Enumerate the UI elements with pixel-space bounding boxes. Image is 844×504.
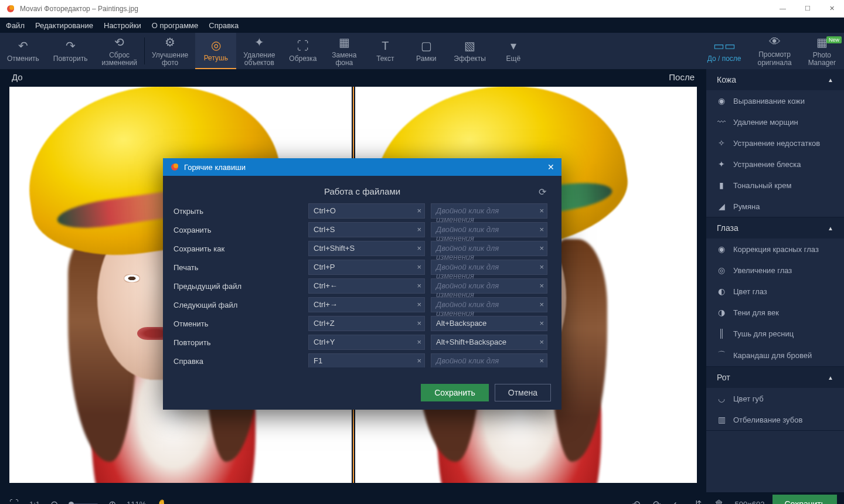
sidebar-item[interactable]: ◐Цвет глаз (706, 281, 844, 302)
clear-hotkey-icon[interactable]: × (539, 225, 544, 234)
rotate-right-icon[interactable]: ↷ (651, 496, 663, 505)
tool-эффекты[interactable]: ▧Эффекты (447, 33, 493, 69)
sidebar-item[interactable]: ▥Отбеливание зубов (706, 409, 844, 430)
clear-hotkey-icon[interactable]: × (539, 319, 544, 328)
tool-до / после[interactable]: ▭▭До / после (699, 33, 750, 69)
sidebar-item[interactable]: ◡Цвет губ (706, 388, 844, 409)
hotkey-input-2[interactable]: Двойной клик для изменения× (431, 203, 547, 219)
menu-файл[interactable]: Файл (6, 21, 25, 30)
tool-повторить[interactable]: ↷Повторить (46, 33, 95, 69)
hotkey-field[interactable]: Двойной клик для изменения (431, 222, 547, 237)
tool-ещё[interactable]: ▾Ещё (493, 33, 534, 69)
hotkey-field[interactable]: Alt+Backspace (431, 316, 547, 331)
hotkey-field[interactable]: F1 (308, 353, 425, 367)
hotkey-input-2[interactable]: Alt+Shift+Backspace× (431, 335, 547, 350)
clear-hotkey-icon[interactable]: × (417, 300, 421, 309)
menu-справка[interactable]: Справка (209, 21, 239, 30)
hotkey-input-2[interactable]: Двойной клик для изменения× (431, 241, 547, 256)
hotkey-input-2[interactable]: Двойной клик для изменения× (431, 297, 547, 312)
tool-улучшение[interactable]: ⚙Улучшение фото (145, 33, 195, 69)
menu-настройки[interactable]: Настройки (104, 21, 141, 30)
flip-v-icon[interactable]: ⇵ (692, 496, 704, 505)
hotkey-input-1[interactable]: Ctrl+Z× (308, 316, 425, 331)
clear-hotkey-icon[interactable]: × (539, 356, 544, 365)
dialog-save-button[interactable]: Сохранить (421, 384, 489, 401)
hotkey-input-2[interactable]: Двойной клик для изменения× (431, 222, 547, 237)
hotkey-field[interactable]: Ctrl+Shift+S (308, 241, 425, 256)
hotkey-field[interactable]: Ctrl+← (308, 278, 425, 294)
tool-просмотр[interactable]: 👁Просмотр оригинала (750, 33, 800, 69)
sidebar-item[interactable]: ◎Увеличение глаз (706, 260, 844, 281)
hotkey-input-2[interactable]: Alt+Backspace× (431, 316, 547, 331)
hotkey-field[interactable]: Двойной клик для изменения (431, 241, 547, 256)
tool-отменить[interactable]: ↶Отменить (0, 33, 46, 69)
hand-icon[interactable]: ✋ (154, 496, 171, 505)
clear-hotkey-icon[interactable]: × (417, 206, 421, 215)
clear-hotkey-icon[interactable]: × (539, 206, 544, 215)
sidebar-item[interactable]: ◉Выравнивание кожи (706, 90, 844, 111)
zoom-in-icon[interactable]: ⊕ (106, 496, 118, 505)
clear-hotkey-icon[interactable]: × (539, 244, 544, 253)
clear-hotkey-icon[interactable]: × (417, 338, 421, 346)
hotkey-input-1[interactable]: Ctrl+→× (308, 297, 425, 312)
hotkey-input-2[interactable]: Двойной клик для изменения× (431, 260, 547, 275)
clear-hotkey-icon[interactable]: × (417, 244, 421, 253)
sidebar-item[interactable]: 〰Удаление морщин (706, 111, 844, 132)
minimize-button[interactable]: — (776, 4, 789, 13)
hotkey-input-1[interactable]: Ctrl+Y× (308, 335, 425, 350)
maximize-button[interactable]: ☐ (801, 4, 814, 13)
sidebar-section-кожа[interactable]: Кожа▲ (706, 69, 844, 90)
dialog-cancel-button[interactable]: Отмена (495, 384, 551, 401)
reset-hotkeys-icon[interactable]: ⟳ (539, 186, 546, 197)
dialog-titlebar[interactable]: Горячие клавиши ✕ (163, 158, 561, 176)
sidebar-item[interactable]: ✧Устранение недостатков (706, 132, 844, 154)
tool-обрезка[interactable]: ⛶Обрезка (282, 33, 324, 69)
sidebar-item[interactable]: ◑Тени для век (706, 302, 844, 323)
sidebar-item[interactable]: ▮Тональный крем (706, 175, 844, 196)
hotkey-input-1[interactable]: F1× (308, 353, 425, 367)
hotkey-field[interactable]: Двойной клик для изменения (431, 203, 547, 219)
tool-удаление[interactable]: ✦Удаление объектов (236, 33, 282, 69)
sidebar-item[interactable]: ║Тушь для ресниц (706, 323, 844, 344)
clear-hotkey-icon[interactable]: × (417, 281, 421, 290)
clear-hotkey-icon[interactable]: × (539, 338, 544, 346)
hotkey-field[interactable]: Alt+Shift+Backspace (431, 335, 547, 350)
sidebar-item[interactable]: ◢Румяна (706, 196, 844, 217)
clear-hotkey-icon[interactable]: × (539, 281, 544, 290)
delete-icon[interactable]: 🗑 (712, 496, 726, 504)
hotkey-field[interactable]: Двойной клик для изменения (431, 278, 547, 294)
hotkey-field[interactable]: Ctrl+P (308, 260, 425, 275)
tool-photo[interactable]: New▦Photo Manager (800, 33, 844, 69)
hotkey-field[interactable]: Ctrl+Y (308, 335, 425, 350)
hotkey-input-1[interactable]: Ctrl+S× (308, 222, 425, 237)
save-button[interactable]: Сохранить (772, 495, 837, 504)
tool-ретушь[interactable]: ◎Ретушь (195, 33, 236, 69)
close-button[interactable]: ✕ (826, 4, 838, 13)
tool-текст[interactable]: TТекст (365, 33, 406, 69)
hotkey-input-1[interactable]: Ctrl+←× (308, 278, 425, 294)
zoom-out-icon[interactable]: ⊖ (48, 496, 60, 505)
zoom-ratio[interactable]: 1:1 (29, 500, 40, 505)
hotkey-field[interactable]: Ctrl+Z (308, 316, 425, 331)
menu-о программе[interactable]: О программе (152, 21, 199, 30)
hotkey-field[interactable]: Двойной клик для изменения (431, 297, 547, 312)
hotkey-field[interactable]: Двойной клик для изменения (431, 353, 547, 367)
clear-hotkey-icon[interactable]: × (539, 300, 544, 309)
clear-hotkey-icon[interactable]: × (417, 356, 421, 365)
hotkey-field[interactable]: Двойной клик для изменения (431, 260, 547, 275)
hotkey-input-2[interactable]: Двойной клик для изменения× (431, 353, 547, 367)
flip-h-icon[interactable]: ⇋ (671, 496, 683, 505)
clear-hotkey-icon[interactable]: × (417, 263, 421, 271)
hotkey-field[interactable]: Ctrl+O (308, 203, 425, 219)
rotate-left-icon[interactable]: ↶ (630, 496, 642, 505)
clear-hotkey-icon[interactable]: × (417, 319, 421, 328)
sidebar-item[interactable]: ◉Коррекция красных глаз (706, 239, 844, 260)
hotkey-input-1[interactable]: Ctrl+P× (308, 260, 425, 275)
tool-сброс-изменений[interactable]: ⟲Сброс изменений (94, 33, 144, 69)
hotkey-input-1[interactable]: Ctrl+Shift+S× (308, 241, 425, 256)
hotkey-input-2[interactable]: Двойной клик для изменения× (431, 278, 547, 294)
menu-редактирование[interactable]: Редактирование (35, 21, 93, 30)
hotkey-field[interactable]: Ctrl+→ (308, 297, 425, 312)
tool-замена[interactable]: ▦Замена фона (324, 33, 365, 69)
sidebar-item[interactable]: ⌒Карандаш для бровей (706, 344, 844, 366)
